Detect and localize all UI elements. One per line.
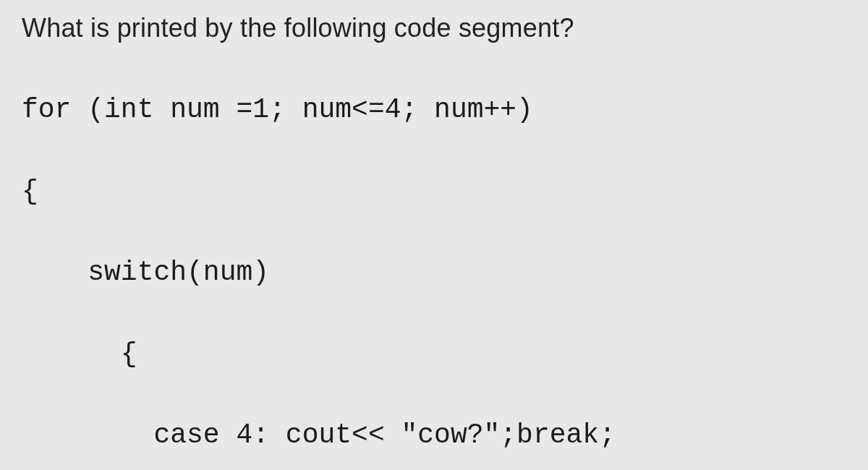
code-line-2: {	[22, 171, 846, 212]
code-segment: for (int num =1; num<=4; num++) { switch…	[22, 49, 846, 470]
code-line-4: {	[22, 334, 846, 375]
code-line-5: case 4: cout<< "cow?";break;	[22, 415, 846, 456]
code-line-3: switch(num)	[22, 252, 846, 293]
question-text: What is printed by the following code se…	[22, 13, 846, 43]
code-line-1: for (int num =1; num<=4; num++)	[22, 90, 846, 130]
